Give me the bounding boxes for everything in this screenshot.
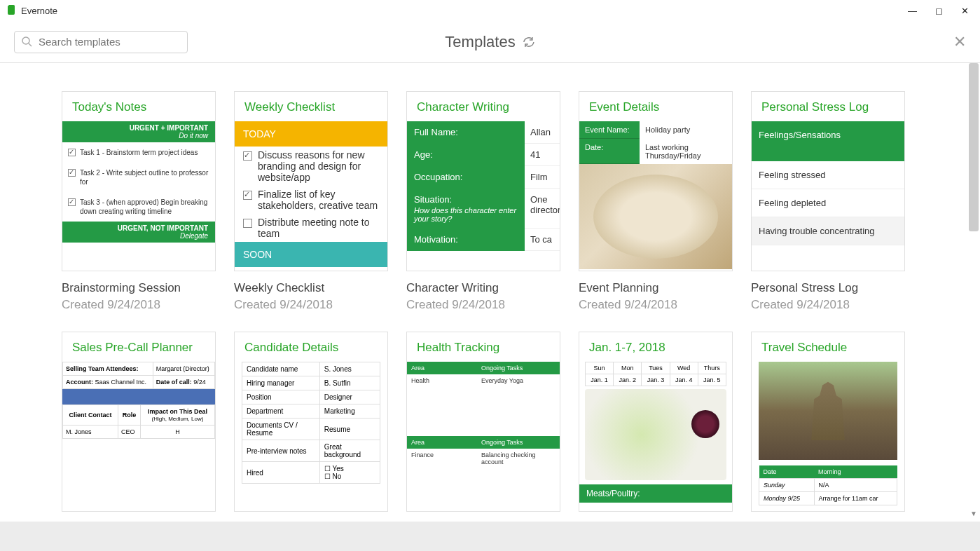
thumb-header: Today's Notes (62, 92, 215, 121)
template-card[interactable]: Event Details Event Name:Holiday party D… (579, 91, 733, 312)
window-close-button[interactable]: ✕ (961, 6, 969, 16)
refresh-icon[interactable] (523, 36, 535, 48)
search-icon (22, 36, 33, 48)
svg-line-1 (29, 43, 32, 46)
template-card[interactable]: Today's Notes URGENT + IMPORTANTDo it no… (62, 91, 216, 312)
content-area: Today's Notes URGENT + IMPORTANTDo it no… (0, 63, 980, 519)
template-card[interactable]: Health Tracking AreaOngoing Tasks Health… (406, 332, 560, 512)
template-grid: Today's Notes URGENT + IMPORTANTDo it no… (62, 91, 918, 512)
travel-image (759, 362, 897, 460)
page-title: Templates (445, 33, 534, 51)
scroll-down-icon[interactable]: ▼ (970, 510, 977, 517)
search-input[interactable] (39, 36, 180, 48)
status-bar (0, 522, 980, 551)
meal-image (585, 389, 726, 480)
scrollbar-thumb[interactable] (969, 63, 979, 231)
template-thumb: Today's Notes URGENT + IMPORTANTDo it no… (62, 91, 216, 271)
template-title: Brainstorming Session (62, 281, 216, 295)
search-box[interactable] (14, 31, 188, 53)
template-card[interactable]: Sales Pre-Call Planner Selling Team Atte… (62, 332, 216, 512)
titlebar: Evernote — ◻ ✕ (0, 0, 980, 21)
template-card[interactable]: Jan. 1-7, 2018 SunMonTuesWedThurs Jan. 1… (579, 332, 733, 512)
toolbar: Templates ✕ (0, 21, 980, 63)
event-image (579, 164, 732, 269)
template-card[interactable]: Character Writing Full Name:Allan Age:41… (406, 91, 560, 312)
window-maximize-button[interactable]: ◻ (935, 6, 943, 16)
template-card[interactable]: Travel Schedule DateMorning SundayN/A Mo… (751, 332, 905, 512)
template-card[interactable]: Personal Stress Log Feelings/Sensations … (751, 91, 905, 312)
evernote-logo-icon (6, 5, 17, 16)
template-card[interactable]: Candidate Details Candidate nameS. Jones… (234, 332, 388, 512)
svg-point-0 (22, 37, 29, 44)
close-templates-button[interactable]: ✕ (953, 33, 966, 51)
template-subtitle: Created 9/24/2018 (62, 298, 216, 312)
app-name: Evernote (21, 6, 57, 16)
template-card[interactable]: Weekly Checklist TODAY Discuss reasons f… (234, 91, 388, 312)
window-minimize-button[interactable]: — (908, 6, 917, 16)
